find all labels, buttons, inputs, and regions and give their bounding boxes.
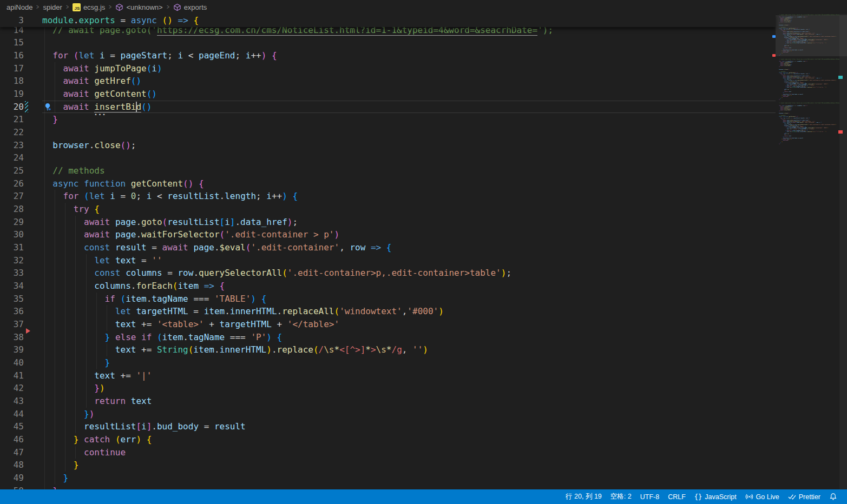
line-content (42, 151, 52, 164)
status-item-label: Go Live (756, 493, 779, 501)
status-item-language[interactable]: {}JavaScript (690, 489, 741, 504)
line-number[interactable]: 23 (0, 139, 24, 152)
line-content: text += '|' (42, 369, 152, 382)
line-number[interactable]: 28 (0, 203, 24, 216)
line-number[interactable]: 24 (0, 151, 24, 164)
line-number[interactable]: 42 (0, 382, 24, 395)
line-content: await page.waitForSelector('.edit-contai… (42, 228, 339, 241)
line-number[interactable]: 36 (0, 305, 24, 318)
line-content: } (42, 459, 78, 472)
line-number[interactable]: 47 (0, 446, 24, 459)
breadcrumb-item-apinode[interactable]: apiNode (5, 3, 34, 11)
status-item-go-live[interactable]: Go Live (741, 489, 784, 504)
line-number[interactable]: 40 (0, 356, 24, 369)
line-number[interactable]: 43 (0, 395, 24, 408)
code-line-50[interactable]: 50 } (0, 485, 776, 489)
status-item-encoding[interactable]: UTF-8 (636, 489, 664, 504)
code-line-28[interactable]: 28 try { (0, 203, 776, 216)
code-line-48[interactable]: 48 } (0, 459, 776, 472)
code-line-35[interactable]: 35 if (item.tagName === 'TABLE') { (0, 293, 776, 306)
line-number[interactable]: 44 (0, 408, 24, 421)
line-number[interactable]: 25 (0, 164, 24, 177)
line-number[interactable]: 22 (0, 126, 24, 139)
line-number[interactable]: 39 (0, 343, 24, 356)
code-line-40[interactable]: 40 } (0, 356, 776, 369)
code-line-38[interactable]: 38 } else if (item.tagName === 'P') { (0, 331, 776, 344)
line-number[interactable]: 48 (0, 459, 24, 472)
line-number[interactable]: 41 (0, 369, 24, 382)
code-line-29[interactable]: 29 await page.goto(resultList[i].data_hr… (0, 216, 776, 229)
minimap[interactable]: // await page.goto('https://ecsg.com.cn/… (776, 14, 839, 489)
code-line-16[interactable]: 16 for (let i = pageStart; i < pageEnd; … (0, 49, 776, 62)
line-content: const columns = row.querySelectorAll('.e… (42, 267, 511, 280)
code-line-42[interactable]: 42 }) (0, 382, 776, 395)
line-number[interactable]: 50 (0, 485, 24, 489)
code-line-24[interactable]: 24 (0, 151, 776, 164)
line-number[interactable]: 27 (0, 190, 24, 203)
status-item-prettier[interactable]: Prettier (784, 489, 825, 504)
code-line-41[interactable]: 41 text += '|' (0, 369, 776, 382)
overview-ruler[interactable] (839, 14, 847, 489)
status-item-eol[interactable]: CRLF (664, 489, 690, 504)
code-line-47[interactable]: 47 continue (0, 446, 776, 459)
gutter-deleted-lines-marker[interactable] (26, 328, 30, 334)
line-number[interactable]: 49 (0, 472, 24, 485)
breadcrumb-item-exports-symbol[interactable]: exports (172, 3, 208, 11)
breadcrumb-label: <unknown> (126, 3, 162, 11)
code-line-20[interactable]: 20••• await insertBid() (0, 101, 776, 114)
code-line-36[interactable]: 36 let targetHTML = item.innerHTML.repla… (0, 305, 776, 318)
code-line-18[interactable]: 18 await getHref() (0, 75, 776, 88)
line-number[interactable]: 19 (0, 88, 24, 101)
line-number[interactable]: 33 (0, 267, 24, 280)
line-number[interactable]: 46 (0, 433, 24, 446)
line-content: } (42, 356, 110, 369)
line-number[interactable]: 35 (0, 293, 24, 306)
sticky-scroll-line[interactable]: 3 module.exports = async () => { (0, 14, 776, 27)
code-line-30[interactable]: 30 await page.waitForSelector('.edit-con… (0, 228, 776, 241)
code-line-37[interactable]: 37 text += '<table>' + targetHTML + '</t… (0, 318, 776, 331)
code-line-25[interactable]: 25 // methods (0, 164, 776, 177)
code-line-15[interactable]: 15 (0, 36, 776, 49)
code-line-34[interactable]: 34 columns.forEach(item => { (0, 280, 776, 293)
line-number[interactable]: 21 (0, 113, 24, 126)
line-number[interactable]: 29 (0, 216, 24, 229)
line-number[interactable]: 20 (0, 101, 24, 114)
line-number[interactable]: 31 (0, 241, 24, 254)
line-number[interactable]: 37 (0, 318, 24, 331)
code-line-23[interactable]: 23 browser.close(); (0, 139, 776, 152)
code-line-27[interactable]: 27 for (let i = 0; i < resultList.length… (0, 190, 776, 203)
code-line-44[interactable]: 44 }) (0, 408, 776, 421)
chevron-right-icon: > (167, 3, 169, 11)
line-number[interactable]: 32 (0, 254, 24, 267)
code-line-31[interactable]: 31 const result = await page.$eval('.edi… (0, 241, 776, 254)
code-line-33[interactable]: 33 const columns = row.querySelectorAll(… (0, 267, 776, 280)
code-area[interactable]: 14 // await page.goto('https://ecsg.com.… (0, 14, 776, 489)
code-line-21[interactable]: 21 } (0, 113, 776, 126)
code-line-39[interactable]: 39 text += String(item.innerHTML).replac… (0, 343, 776, 356)
breadcrumb-item-spider[interactable]: spider (42, 3, 63, 11)
status-item-indentation[interactable]: 空格: 2 (606, 489, 636, 504)
line-number[interactable]: 30 (0, 228, 24, 241)
editor[interactable]: 14 // await page.goto('https://ecsg.com.… (0, 14, 847, 489)
line-number[interactable]: 34 (0, 280, 24, 293)
code-line-22[interactable]: 22 (0, 126, 776, 139)
code-line-46[interactable]: 46 } catch (err) { (0, 433, 776, 446)
line-number[interactable]: 45 (0, 420, 24, 433)
code-line-17[interactable]: 17 await jumpToPage(i) (0, 62, 776, 75)
code-line-43[interactable]: 43 return text (0, 395, 776, 408)
breadcrumb-item-unknown-symbol[interactable]: <unknown> (114, 3, 163, 11)
breadcrumb-item-file[interactable]: JS ecsg.js (71, 3, 106, 11)
status-item-cursor-position[interactable]: 行 20, 列 19 (561, 489, 606, 504)
code-line-26[interactable]: 26 async function getContent() { (0, 177, 776, 190)
code-line-19[interactable]: 19 await getContent() (0, 88, 776, 101)
status-item-notifications[interactable] (825, 489, 842, 504)
line-number[interactable]: 26 (0, 177, 24, 190)
minimap-slider[interactable] (776, 15, 847, 56)
code-line-32[interactable]: 32 let text = '' (0, 254, 776, 267)
line-number[interactable]: 38 (0, 331, 24, 344)
sticky-line-number: 3 (0, 14, 24, 27)
code-line-45[interactable]: 45 resultList[i].bud_body = result (0, 420, 776, 433)
code-line-49[interactable]: 49 } (0, 472, 776, 485)
line-number[interactable]: 18 (0, 75, 24, 88)
vscode-window: apiNode > spider > JS ecsg.js > <unknown… (0, 0, 847, 504)
